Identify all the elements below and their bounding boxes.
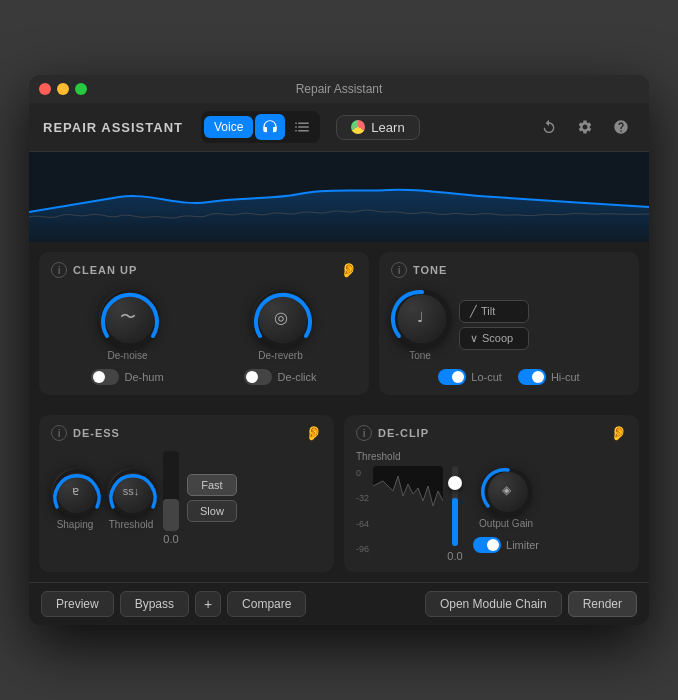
tilt-scoop-area: ╱ Tilt ∨ Scoop bbox=[459, 300, 529, 350]
main-window: Repair Assistant REPAIR ASSISTANT Voice … bbox=[29, 75, 649, 625]
cleanup-toggles: De-hum De-click bbox=[51, 369, 357, 385]
locut-toggle[interactable] bbox=[438, 369, 466, 385]
limiter-toggle[interactable] bbox=[473, 537, 501, 553]
headphone-icon[interactable] bbox=[255, 114, 285, 140]
locut-label: Lo-cut bbox=[471, 371, 502, 383]
render-button[interactable]: Render bbox=[568, 591, 637, 617]
learn-label: Learn bbox=[371, 120, 404, 135]
svg-point-6 bbox=[486, 470, 530, 514]
add-button[interactable]: + bbox=[195, 591, 221, 617]
open-module-button[interactable]: Open Module Chain bbox=[425, 591, 562, 617]
de-ess-content: ɐ Shaping ss↓ Threshold bbox=[51, 451, 322, 545]
tilt-icon: ╱ bbox=[470, 305, 477, 318]
bypass-button[interactable]: Bypass bbox=[120, 591, 189, 617]
dehum-label: De-hum bbox=[124, 371, 163, 383]
cleanup-ear-icon[interactable]: 👂 bbox=[340, 262, 357, 278]
tilt-label: Tilt bbox=[481, 305, 495, 317]
tone-knob[interactable]: ♩ bbox=[391, 288, 449, 346]
clip-slider-track bbox=[452, 466, 458, 546]
cleanup-header: i CLEAN UP 👂 bbox=[51, 262, 357, 278]
scoop-label: Scoop bbox=[482, 332, 513, 344]
app-title: REPAIR ASSISTANT bbox=[43, 120, 183, 135]
top-panels: i CLEAN UP 👂 〜 De-noise bbox=[29, 242, 649, 405]
fast-slow-group: Fast Slow bbox=[187, 474, 237, 522]
threshold-knob-container: ss↓ Threshold bbox=[107, 467, 155, 530]
meter-label-0: 0 bbox=[356, 468, 369, 478]
de-ess-ear-icon[interactable]: 👂 bbox=[305, 425, 322, 441]
tone-header: i TONE bbox=[391, 262, 627, 278]
meter-label-64: -64 bbox=[356, 519, 369, 529]
svg-point-3 bbox=[55, 471, 99, 515]
header: REPAIR ASSISTANT Voice Learn bbox=[29, 103, 649, 152]
shaping-knob[interactable]: ɐ bbox=[51, 467, 99, 515]
de-clip-title: DE-CLIP bbox=[378, 427, 429, 439]
instrument-icon[interactable] bbox=[287, 114, 317, 140]
close-button[interactable] bbox=[39, 83, 51, 95]
tilt-button[interactable]: ╱ Tilt bbox=[459, 300, 529, 323]
de-ess-header: i DE-ESS 👂 bbox=[51, 425, 322, 441]
de-ess-panel: i DE-ESS 👂 ɐ Shaping bbox=[39, 415, 334, 572]
settings-button[interactable] bbox=[571, 113, 599, 141]
threshold-bar-area: 0.0 bbox=[163, 451, 179, 545]
cleanup-info-icon[interactable]: i bbox=[51, 262, 67, 278]
de-clip-content: 0 -32 -64 -96 bbox=[356, 466, 627, 562]
dehum-toggle[interactable] bbox=[91, 369, 119, 385]
de-clip-info-icon[interactable]: i bbox=[356, 425, 372, 441]
tone-knob-area: ♩ Tone bbox=[391, 288, 449, 361]
traffic-lights bbox=[39, 83, 87, 95]
hicut-label: Hi-cut bbox=[551, 371, 580, 383]
dehum-group: De-hum bbox=[91, 369, 163, 385]
tone-title: TONE bbox=[413, 264, 447, 276]
cleanup-panel: i CLEAN UP 👂 〜 De-noise bbox=[39, 252, 369, 395]
undo-button[interactable] bbox=[535, 113, 563, 141]
tone-panel: i TONE ♩ Tone ╱ bbox=[379, 252, 639, 395]
declick-toggle[interactable] bbox=[244, 369, 272, 385]
header-icons bbox=[535, 113, 635, 141]
threshold-fill bbox=[163, 499, 179, 531]
hicut-toggle[interactable] bbox=[518, 369, 546, 385]
meter-label-32: -32 bbox=[356, 493, 369, 503]
locut-group: Lo-cut bbox=[438, 369, 502, 385]
de-clip-ear-icon[interactable]: 👂 bbox=[610, 425, 627, 441]
de-clip-threshold-label: Threshold bbox=[356, 451, 627, 462]
clip-slider-fill bbox=[452, 498, 458, 546]
mode-group: Voice bbox=[201, 111, 320, 143]
maximize-button[interactable] bbox=[75, 83, 87, 95]
shaping-knob-container: ɐ Shaping bbox=[51, 467, 99, 530]
fast-button[interactable]: Fast bbox=[187, 474, 237, 496]
de-clip-header: i DE-CLIP 👂 bbox=[356, 425, 627, 441]
derev-knob[interactable]: ◎ bbox=[252, 288, 310, 346]
bottom-panels: i DE-ESS 👂 ɐ Shaping bbox=[29, 405, 649, 582]
compare-button[interactable]: Compare bbox=[227, 591, 306, 617]
tone-controls: ♩ Tone ╱ Tilt ∨ Scoop bbox=[391, 288, 627, 361]
slow-button[interactable]: Slow bbox=[187, 500, 237, 522]
clip-slider-thumb[interactable] bbox=[448, 476, 462, 490]
de-ess-title: DE-ESS bbox=[73, 427, 120, 439]
cleanup-knobs: 〜 De-noise ◎ De-reverb bbox=[51, 288, 357, 361]
clip-meter-svg bbox=[373, 466, 443, 556]
scoop-button[interactable]: ∨ Scoop bbox=[459, 327, 529, 350]
lohi-row: Lo-cut Hi-cut bbox=[391, 369, 627, 385]
learn-button[interactable]: Learn bbox=[336, 115, 419, 140]
denoise-knob-container: 〜 De-noise bbox=[99, 288, 157, 361]
de-ess-threshold-knob[interactable]: ss↓ bbox=[107, 467, 155, 515]
de-ess-value: 0.0 bbox=[163, 533, 178, 545]
help-button[interactable] bbox=[607, 113, 635, 141]
output-gain-knob[interactable]: ◈ bbox=[482, 466, 530, 514]
waveform-display bbox=[29, 152, 649, 242]
de-clip-value: 0.0 bbox=[447, 550, 462, 562]
declick-group: De-click bbox=[244, 369, 316, 385]
limiter-row: Limiter bbox=[473, 537, 539, 553]
minimize-button[interactable] bbox=[57, 83, 69, 95]
denoise-knob[interactable]: 〜 bbox=[99, 288, 157, 346]
hicut-group: Hi-cut bbox=[518, 369, 580, 385]
preview-button[interactable]: Preview bbox=[41, 591, 114, 617]
clip-meter-labels: 0 -32 -64 -96 bbox=[356, 466, 369, 556]
de-ess-info-icon[interactable]: i bbox=[51, 425, 67, 441]
tone-info-icon[interactable]: i bbox=[391, 262, 407, 278]
mode-voice-button[interactable]: Voice bbox=[204, 116, 253, 138]
derev-knob-container: ◎ De-reverb bbox=[252, 288, 310, 361]
declick-label: De-click bbox=[277, 371, 316, 383]
title-bar: Repair Assistant bbox=[29, 75, 649, 103]
output-gain-area: ◈ Output Gain Limiter bbox=[473, 466, 539, 553]
